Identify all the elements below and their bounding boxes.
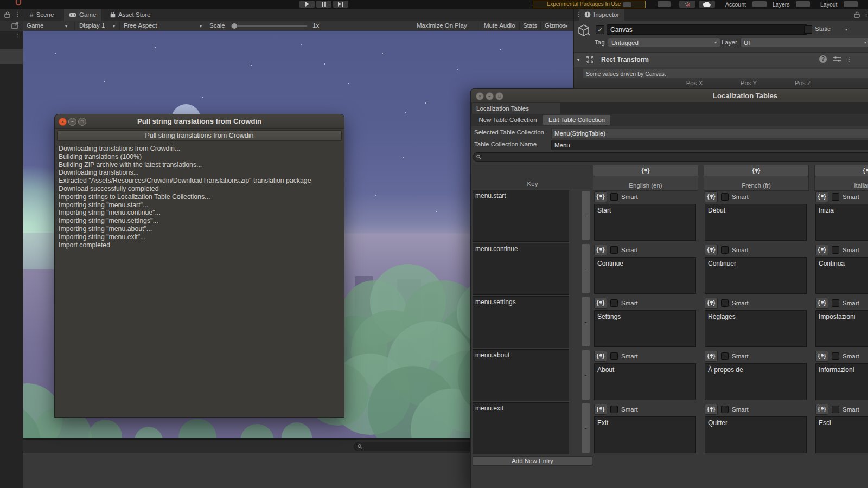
key-cell[interactable]: menu.start bbox=[473, 190, 569, 242]
display-dropdown[interactable]: Display 1 bbox=[79, 22, 105, 29]
layout-dropdown[interactable] bbox=[844, 1, 858, 7]
translation-cell[interactable]: Inizia bbox=[815, 204, 868, 241]
layers-label[interactable]: Layers bbox=[773, 1, 790, 8]
column-header-english[interactable]: English (en) bbox=[593, 176, 698, 191]
layout-label[interactable]: Layout bbox=[820, 1, 838, 8]
step-button[interactable] bbox=[333, 1, 348, 8]
foldout-arrow[interactable]: ▾ bbox=[577, 57, 579, 62]
rect-transform-header[interactable]: ▾ Rect Transform ? ⋮ bbox=[574, 52, 868, 67]
smart-checkbox[interactable] bbox=[721, 299, 729, 307]
game-view-dropdown[interactable]: Game bbox=[27, 22, 43, 29]
tab-game[interactable]: Game bbox=[64, 9, 101, 21]
smart-checkbox[interactable] bbox=[832, 406, 839, 413]
smart-checkbox[interactable] bbox=[721, 406, 729, 413]
metadata-icon[interactable]: {} bbox=[594, 245, 607, 255]
translation-cell[interactable]: About bbox=[594, 363, 696, 400]
tag-dropdown[interactable]: Untagged ▾ bbox=[608, 38, 720, 47]
scale-slider-track[interactable] bbox=[231, 25, 307, 27]
collapsed-panel-item[interactable] bbox=[0, 49, 23, 64]
pull-translations-button[interactable]: Pull string translations from Crowdin bbox=[57, 130, 342, 141]
tab-scene[interactable]: # Scene bbox=[25, 9, 59, 21]
key-cell[interactable]: menu.continue bbox=[473, 243, 569, 295]
translation-cell[interactable]: Impostazioni bbox=[815, 310, 868, 347]
translation-cell[interactable]: Esci bbox=[815, 416, 868, 453]
tab-inspector[interactable]: Inspector bbox=[579, 9, 624, 21]
smart-checkbox[interactable] bbox=[721, 352, 729, 360]
play-button[interactable] bbox=[299, 1, 315, 8]
object-name-field[interactable]: Canvas bbox=[607, 24, 807, 35]
stats-button[interactable]: Stats bbox=[523, 22, 537, 29]
metadata-icon[interactable]: {} bbox=[705, 351, 718, 362]
snap-tool-icon[interactable] bbox=[14, 0, 24, 7]
translation-cell[interactable]: Continua bbox=[815, 257, 868, 294]
smart-checkbox[interactable] bbox=[721, 246, 729, 254]
panel-menu-icon[interactable]: ⋮ bbox=[15, 11, 21, 17]
static-checkbox[interactable] bbox=[804, 25, 812, 34]
metadata-icon[interactable]: {} bbox=[705, 404, 718, 415]
remove-entry-button[interactable]: - bbox=[582, 350, 590, 400]
column-header-italian[interactable]: Italian (it) bbox=[814, 176, 868, 191]
collab-button[interactable] bbox=[679, 1, 695, 8]
mute-audio-button[interactable]: Mute Audio bbox=[484, 22, 515, 29]
layers-dropdown[interactable] bbox=[796, 1, 810, 7]
remove-entry-button[interactable]: - bbox=[582, 191, 590, 240]
metadata-icon[interactable]: {} bbox=[750, 166, 762, 175]
popout-icon[interactable] bbox=[11, 22, 19, 29]
key-cell[interactable]: menu.exit bbox=[473, 402, 569, 454]
metadata-icon[interactable]: {} bbox=[815, 351, 828, 362]
strip-menu-icon[interactable]: ⋮ bbox=[15, 33, 21, 38]
key-cell[interactable]: menu.about bbox=[473, 349, 569, 401]
translation-cell[interactable]: Continuer bbox=[705, 257, 807, 294]
column-metadata-header[interactable]: {} bbox=[593, 165, 698, 176]
active-checkbox[interactable]: ✓ bbox=[596, 25, 604, 34]
smart-checkbox[interactable] bbox=[832, 352, 839, 360]
dialog-titlebar[interactable]: × − □ Pull string translations from Crow… bbox=[55, 114, 344, 129]
metadata-icon[interactable]: {} bbox=[705, 191, 718, 202]
key-cell[interactable]: menu.settings bbox=[473, 296, 569, 348]
translation-cell[interactable]: Continue bbox=[594, 257, 696, 294]
smart-checkbox[interactable] bbox=[832, 193, 839, 201]
account-label[interactable]: Account bbox=[725, 1, 746, 8]
maximize-on-play-button[interactable]: Maximize On Play bbox=[417, 22, 467, 29]
cloud-button[interactable] bbox=[699, 1, 715, 8]
remove-entry-button[interactable]: - bbox=[582, 403, 590, 453]
column-metadata-header[interactable]: {} bbox=[704, 165, 809, 176]
gizmos-dropdown[interactable]: Gizmos bbox=[545, 22, 566, 29]
key-column-header[interactable]: Key bbox=[473, 165, 592, 189]
metadata-icon[interactable]: {} bbox=[594, 404, 607, 415]
remove-entry-button[interactable]: - bbox=[582, 244, 590, 293]
translation-cell[interactable]: Exit bbox=[594, 416, 696, 453]
account-dropdown[interactable] bbox=[752, 1, 767, 7]
smart-checkbox[interactable] bbox=[610, 246, 618, 254]
scale-slider-knob[interactable] bbox=[232, 23, 237, 29]
smart-checkbox[interactable] bbox=[610, 352, 618, 360]
icon-picker-arrow[interactable]: ▾ bbox=[588, 33, 590, 37]
smart-checkbox[interactable] bbox=[610, 193, 618, 201]
metadata-icon[interactable]: {} bbox=[815, 245, 828, 255]
metadata-icon[interactable]: {} bbox=[705, 298, 718, 309]
help-icon[interactable]: ? bbox=[819, 55, 827, 63]
smart-checkbox[interactable] bbox=[832, 299, 839, 307]
lock-icon[interactable] bbox=[854, 11, 860, 18]
metadata-icon[interactable]: {} bbox=[815, 298, 828, 309]
smart-checkbox[interactable] bbox=[832, 246, 839, 254]
undo-history-button[interactable] bbox=[658, 1, 671, 7]
translation-cell[interactable]: Réglages bbox=[705, 310, 807, 347]
smart-checkbox[interactable] bbox=[610, 406, 618, 413]
column-header-french[interactable]: French (fr) bbox=[704, 176, 809, 191]
metadata-icon[interactable]: {} bbox=[594, 351, 607, 362]
experimental-packages-warning[interactable]: Experimental Packages In Use bbox=[533, 1, 646, 8]
translation-cell[interactable]: À propos de bbox=[705, 363, 807, 400]
lock-icon[interactable] bbox=[4, 11, 10, 18]
metadata-icon[interactable]: {} bbox=[861, 166, 868, 175]
metadata-icon[interactable]: {} bbox=[815, 191, 828, 202]
metadata-icon[interactable]: {} bbox=[705, 245, 718, 255]
translation-cell[interactable]: Start bbox=[594, 204, 696, 241]
translation-cell[interactable]: Quitter bbox=[705, 416, 807, 453]
translation-cell[interactable]: Début bbox=[705, 204, 807, 241]
tab-asset-store[interactable]: Asset Store bbox=[105, 9, 155, 21]
inspector-menu-icon[interactable]: ⋮ bbox=[863, 11, 868, 17]
metadata-icon[interactable]: {} bbox=[594, 191, 607, 202]
translation-cell[interactable]: Settings bbox=[594, 310, 696, 347]
pause-button[interactable] bbox=[316, 1, 331, 8]
